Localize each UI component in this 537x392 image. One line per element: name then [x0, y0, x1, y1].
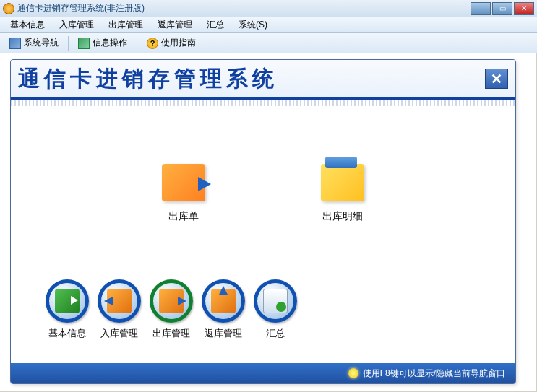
window-title: 通信卡进销存管理系统(非注册版)	[17, 2, 471, 14]
circle-summary-label: 汇总	[266, 327, 285, 340]
stock-out-item[interactable]: 出库单	[162, 164, 205, 223]
stock-detail-label: 出库明细	[322, 210, 363, 223]
window-controls: — ▭ ✕	[471, 2, 534, 15]
circle-return-label: 返库管理	[205, 327, 242, 340]
decorative-stripe	[11, 100, 515, 106]
circle-stockout-icon	[150, 279, 193, 323]
nav-status-bar: 使用F8键可以显示/隐藏当前导航窗口	[11, 363, 515, 383]
lightbulb-icon	[348, 368, 358, 378]
circle-nav: 基本信息 入库管理 出库管理 返库管理 汇总	[46, 279, 297, 340]
stock-out-icon	[162, 164, 205, 201]
nav-title: 通信卡进销存管理系统	[18, 64, 278, 94]
nav-content: 出库单 出库明细 基本信息 入库管理 出库管理	[11, 106, 515, 352]
toolbar-user-guide[interactable]: ? 使用指南	[140, 35, 202, 51]
menu-return[interactable]: 返库管理	[150, 17, 199, 32]
circle-basic-icon	[46, 279, 89, 323]
circle-stockin-icon	[98, 279, 141, 323]
toolbar: 系统导航 信息操作 ? 使用指南	[0, 33, 537, 53]
stock-out-label: 出库单	[168, 210, 199, 223]
circle-return[interactable]: 返库管理	[202, 279, 245, 340]
toolbar-info-operation[interactable]: 信息操作	[72, 35, 134, 51]
circle-stockout-label: 出库管理	[152, 327, 190, 340]
circle-basic-info[interactable]: 基本信息	[46, 279, 89, 340]
toolbar-divider	[137, 36, 137, 51]
circle-summary-icon	[254, 279, 297, 323]
nav-window: 通信卡进销存管理系统 出库单 出库明细 基本信息	[10, 59, 516, 384]
menu-system[interactable]: 系统(S)	[231, 17, 275, 32]
toolbar-guide-label: 使用指南	[161, 37, 196, 49]
nav-close-button[interactable]	[485, 69, 508, 89]
toolbar-system-nav[interactable]: 系统导航	[3, 35, 65, 51]
circle-stock-in[interactable]: 入库管理	[98, 279, 141, 340]
minimize-button[interactable]: —	[471, 2, 491, 15]
circle-return-icon	[202, 279, 245, 323]
toolbar-divider	[68, 36, 69, 51]
circle-stock-out[interactable]: 出库管理	[150, 279, 193, 340]
circle-basic-label: 基本信息	[48, 327, 86, 340]
help-icon: ?	[147, 38, 158, 49]
circle-summary[interactable]: 汇总	[254, 279, 297, 340]
menu-stock-in[interactable]: 入库管理	[52, 17, 101, 32]
menu-bar: 基本信息 入库管理 出库管理 返库管理 汇总 系统(S)	[0, 17, 537, 33]
workspace: 通信卡进销存管理系统 出库单 出库明细 基本信息	[0, 53, 536, 391]
toolbar-nav-label: 系统导航	[24, 37, 59, 49]
stock-detail-item[interactable]: 出库明细	[321, 164, 364, 223]
app-icon	[3, 3, 14, 14]
menu-stock-out[interactable]: 出库管理	[101, 17, 150, 32]
main-icons-row: 出库单 出库明细	[11, 106, 515, 223]
circle-stockin-label: 入库管理	[100, 327, 138, 340]
stock-detail-icon	[321, 164, 364, 201]
menu-summary[interactable]: 汇总	[199, 17, 231, 32]
menu-basic-info[interactable]: 基本信息	[3, 17, 52, 32]
nav-icon	[9, 38, 21, 49]
info-icon	[78, 38, 90, 49]
close-button[interactable]: ✕	[514, 2, 534, 15]
close-icon	[490, 72, 503, 85]
status-text: 使用F8键可以显示/隐藏当前导航窗口	[363, 367, 505, 380]
nav-header: 通信卡进销存管理系统	[11, 60, 515, 100]
title-bar: 通信卡进销存管理系统(非注册版) — ▭ ✕	[0, 0, 537, 17]
maximize-button[interactable]: ▭	[492, 2, 512, 15]
toolbar-info-label: 信息操作	[93, 37, 127, 49]
